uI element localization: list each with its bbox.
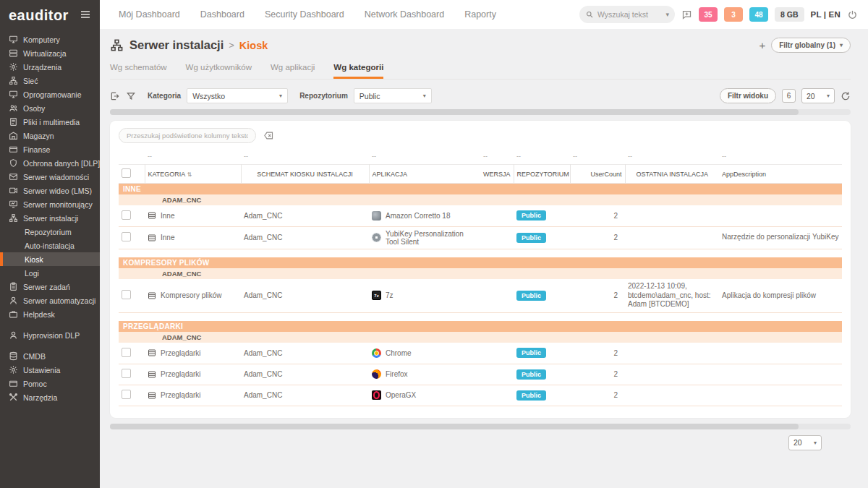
horizontal-scrollbar-top[interactable]	[110, 109, 851, 115]
column-filter[interactable]: --	[241, 150, 369, 165]
scrollbar-thumb[interactable]	[110, 424, 799, 429]
subgroup-band[interactable]: ADAM_CNC	[119, 268, 842, 279]
sidebar-item-ochrona-danych-dlp[interactable]: Ochrona danych [DLP]	[0, 156, 100, 170]
column-filter[interactable]: --	[625, 150, 719, 165]
nav-security-dashboard[interactable]: Security Dashboard	[265, 9, 344, 20]
row-checkbox[interactable]	[122, 232, 131, 241]
sidebar-item-urzadzenia[interactable]: Urządzenia	[0, 60, 100, 74]
sidebar-item-serwer-automatyzacji[interactable]: Serwer automatyzacji	[0, 294, 100, 307]
sidebar-item-ustawienia[interactable]: Ustawienia	[0, 363, 100, 377]
sidebar-item-wirtualizacja[interactable]: Wirtualizacja	[0, 46, 100, 60]
select-all-checkbox[interactable]	[122, 168, 131, 178]
tab-wg-aplikacji[interactable]: Wg aplikacji	[271, 63, 315, 79]
col-header-usercount[interactable]: UserCount	[570, 165, 625, 184]
table-row[interactable]: Inne Adam_CNC Amazon Corretto 18 Public …	[119, 205, 842, 226]
group-band-inne[interactable]: INNE	[119, 184, 842, 195]
alert-badge-orange[interactable]: 3	[724, 7, 743, 22]
col-header-schemat[interactable]: SCHEMAT KIOSKU INSTALACJI	[241, 165, 369, 184]
col-header-aplikacja[interactable]: APLIKACJA	[369, 165, 480, 184]
alert-badge-pink[interactable]: 35	[699, 7, 718, 22]
sidebar-item-cmdb[interactable]: CMDB	[0, 349, 100, 363]
sidebar-item-siec[interactable]: Sieć	[0, 74, 100, 87]
col-header-appdescription[interactable]: AppDescription	[719, 165, 842, 184]
export-icon[interactable]	[110, 91, 120, 101]
subgroup-band[interactable]: ADAM_CNC	[119, 194, 842, 205]
row-checkbox[interactable]	[122, 210, 131, 220]
breadcrumb-parent[interactable]: Serwer instalacji	[129, 38, 224, 52]
kategoria-select[interactable]: Wszystko ▾	[187, 88, 288, 103]
search-scope-chevron-down-icon[interactable]: ▾	[665, 11, 669, 18]
row-checkbox[interactable]	[122, 348, 131, 357]
column-filter[interactable]: --	[480, 150, 514, 165]
table-search-input[interactable]	[119, 128, 256, 143]
column-filter[interactable]: --	[570, 150, 625, 165]
horizontal-scrollbar-bottom[interactable]	[110, 424, 851, 429]
view-filter-button[interactable]: Filtr widoku	[720, 88, 776, 103]
tab-wg-kategorii[interactable]: Wg kategorii	[333, 63, 383, 79]
sidebar-subitem-kiosk[interactable]: Kiosk	[0, 252, 100, 266]
sidebar-item-magazyn[interactable]: Magazyn	[0, 129, 100, 142]
sidebar-item-serwer-instalacji[interactable]: Serwer instalacji	[0, 211, 100, 225]
sidebar-toggle-hamburger-icon[interactable]	[80, 9, 91, 23]
sidebar-item-serwer-monitorujacy[interactable]: Serwer monitorujący	[0, 197, 100, 211]
column-filter[interactable]: --	[514, 150, 570, 165]
page-size-select-bottom[interactable]: 20 ▾	[788, 435, 822, 450]
table-row[interactable]: Przeglądarki Adam_CNC Chrome Public 2	[119, 343, 842, 364]
power-logout-icon[interactable]	[847, 9, 858, 20]
sort-icon[interactable]: ⇅	[187, 171, 192, 178]
notifications-comment-icon[interactable]	[681, 9, 692, 20]
chevron-down-icon: ▾	[423, 93, 426, 99]
col-header-ostatnia-instalacja[interactable]: OSTATNIA INSTALACJA	[625, 165, 719, 184]
scrollbar-thumb[interactable]	[110, 109, 799, 115]
table-row[interactable]: Kompresory plików Adam_CNC 7z7z Public 2…	[119, 279, 842, 312]
sidebar-item-serwer-zadan[interactable]: Serwer zadań	[0, 280, 100, 294]
subgroup-band[interactable]: ADAM_CNC	[119, 332, 842, 343]
col-header-repozytorium[interactable]: REPOZYTORIUM	[514, 165, 570, 184]
sidebar-item-oprogramowanie[interactable]: Oprogramowanie	[0, 87, 100, 101]
nav-dashboard[interactable]: Dashboard	[200, 9, 244, 20]
sidebar-subitem-auto-instalacja[interactable]: Auto-instalacja	[0, 239, 100, 252]
tab-wg-uzytkownikow[interactable]: Wg użytkowników	[186, 63, 252, 79]
global-search-input[interactable]: Wyszukaj tekst ▾	[579, 6, 675, 23]
sidebar-item-komputery[interactable]: Komputery	[0, 33, 100, 46]
nav-network-dashboard[interactable]: Network Dashboard	[365, 9, 444, 20]
nav-moj-dashboard[interactable]: Mój Dashboard	[119, 9, 180, 20]
usercount-value: 2	[570, 205, 625, 226]
page-size-select-top[interactable]: 20 ▾	[801, 88, 835, 103]
language-switcher[interactable]: PL | EN	[811, 10, 841, 19]
row-checkbox[interactable]	[122, 390, 131, 399]
sidebar-item-pomoc[interactable]: Pomoc	[0, 377, 100, 390]
sidebar-subitem-logi[interactable]: Logi	[0, 266, 100, 280]
sidebar-item-narzedzia[interactable]: Narzędzia	[0, 390, 100, 404]
sidebar-item-helpdesk[interactable]: Helpdesk	[0, 307, 100, 321]
table-row[interactable]: Przeglądarki Adam_CNC OperaGX Public 2	[119, 385, 842, 406]
tab-wg-schematow[interactable]: Wg schematów	[110, 63, 167, 79]
group-band-kompresory[interactable]: KOMPRESORY PLIKÓW	[119, 257, 842, 268]
column-filter[interactable]: --	[369, 150, 480, 165]
table-row[interactable]: Przeglądarki Adam_CNC Firefox Public 2	[119, 364, 842, 385]
row-checkbox[interactable]	[122, 290, 131, 299]
column-filter[interactable]: --	[145, 150, 241, 165]
group-band-przegladarki[interactable]: PRZEGLĄDARKI	[119, 321, 842, 332]
global-filter-button[interactable]: Filtr globalny (1) ▾	[771, 38, 851, 53]
shield-icon	[9, 158, 18, 168]
sidebar-subitem-repozytorium[interactable]: Repozytorium	[0, 225, 100, 239]
refresh-icon[interactable]	[841, 91, 851, 101]
alert-badge-cyan[interactable]: 48	[749, 7, 768, 22]
table-row[interactable]: Inne Adam_CNC YubiKey Personalization To…	[119, 226, 842, 249]
funnel-filter-icon[interactable]	[126, 91, 136, 101]
col-header-kategoria[interactable]: KATEGORIA ⇅	[145, 165, 241, 184]
nav-raporty[interactable]: Raporty	[464, 9, 496, 20]
sidebar-item-serwer-wiadomosci[interactable]: Serwer wiadomości	[0, 170, 100, 184]
sidebar-item-pliki-i-multimedia[interactable]: Pliki i multimedia	[0, 115, 100, 129]
sidebar-item-hyprovision-dlp[interactable]: Hyprovision DLP	[0, 328, 100, 342]
sidebar-item-serwer-wideo-lms[interactable]: Serwer wideo (LMS)	[0, 184, 100, 197]
clear-search-backspace-icon[interactable]	[263, 130, 274, 141]
add-global-filter-plus-icon[interactable]: +	[759, 39, 765, 51]
row-checkbox[interactable]	[122, 369, 131, 378]
column-filter[interactable]: --	[719, 150, 842, 165]
col-header-wersja[interactable]: WERSJA	[480, 165, 514, 184]
repozytorium-select[interactable]: Public ▾	[354, 88, 432, 103]
sidebar-item-osoby[interactable]: Osoby	[0, 101, 100, 115]
sidebar-item-finanse[interactable]: Finanse	[0, 142, 100, 156]
